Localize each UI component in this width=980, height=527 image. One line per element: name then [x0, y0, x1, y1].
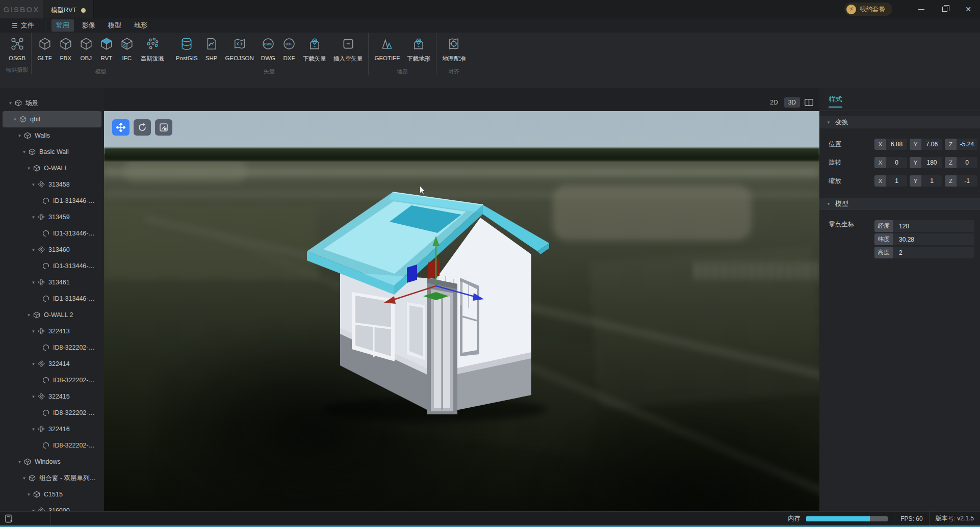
toolbar-button-GEOJSON[interactable]: GEOJSON	[222, 33, 257, 63]
tree-item-ID8-322202-…[interactable]: ID8-322202-…	[3, 405, 101, 421]
expand-arrow-icon[interactable]: ▼	[16, 460, 23, 464]
instance-icon	[42, 442, 50, 449]
toolbar-button-下载矢量[interactable]: 下载矢量	[299, 33, 330, 63]
viewport-canvas[interactable]	[104, 111, 819, 511]
renew-plan-button[interactable]: ⚡ 续约套餐	[844, 3, 892, 16]
split-view-button[interactable]	[802, 97, 815, 108]
tree-item-Walls[interactable]: ▼ Walls	[3, 127, 101, 144]
zero-point-input-纬度[interactable]: 纬度30.28	[874, 233, 974, 245]
axis-input-缩放-Z[interactable]: Z-1	[945, 175, 977, 187]
toolbar-button-DWG[interactable]: DWGDWG	[257, 33, 279, 63]
expand-arrow-icon[interactable]: ▼	[30, 182, 37, 187]
expand-arrow-icon[interactable]: ▼	[25, 313, 32, 318]
toolbar-button-PostGIS[interactable]: PostGIS	[172, 33, 201, 63]
tree-item-qbif[interactable]: ▼ qbif	[3, 111, 101, 127]
menu-item-地形[interactable]: 地形	[130, 19, 152, 32]
instance-icon	[42, 197, 50, 204]
expand-arrow-icon[interactable]: ▼	[30, 329, 37, 334]
tree-item-O-WALL[interactable]: ▼ O-WALL	[3, 160, 101, 176]
view-mode-3D-button[interactable]: 3D	[784, 97, 800, 108]
close-button[interactable]: ✕	[957, 0, 980, 18]
tree-item-ID8-322202-…[interactable]: ID8-322202-…	[3, 339, 101, 356]
zero-point-input-高度[interactable]: 高度2	[874, 247, 974, 258]
cube-icon	[24, 458, 32, 465]
expand-arrow-icon[interactable]: ▼	[7, 101, 14, 106]
tree-item-313459[interactable]: ▼ 313459	[3, 209, 101, 225]
expand-arrow-icon[interactable]: ▼	[30, 280, 37, 285]
toolbar-button-GEOTIFF[interactable]: GEOTIFF	[371, 33, 403, 63]
tree-item-组合窗 - 双层单列…[interactable]: ▼ 组合窗 - 双层单列…	[3, 470, 101, 486]
tree-item-313460[interactable]: ▼ 313460	[3, 242, 101, 258]
axis-input-旋转-X[interactable]: X0	[874, 157, 907, 168]
menu-item-文件[interactable]: ☰文件	[7, 19, 39, 32]
tree-item-Windows[interactable]: ▼ Windows	[3, 454, 101, 470]
tree-item-313458[interactable]: ▼ 313458	[3, 176, 101, 193]
toolbar-button-地理配准[interactable]: 地理配准	[439, 33, 469, 63]
tree-item-场景[interactable]: ▼ 场景	[3, 95, 101, 111]
expand-arrow-icon[interactable]: ▼	[25, 492, 32, 497]
svg-text:DWG: DWG	[264, 42, 272, 46]
view-mode-2D-button[interactable]: 2D	[766, 97, 782, 108]
section-transform[interactable]: ▼ 变换	[819, 116, 980, 128]
toolbar-button-IFC[interactable]: IFC	[117, 33, 137, 63]
tree-item-ID1-313446-…[interactable]: ID1-313446-…	[3, 291, 101, 307]
axis-input-位置-Z[interactable]: Z-5.24	[945, 139, 977, 150]
tab-style[interactable]: 样式	[829, 95, 842, 108]
expand-arrow-icon[interactable]: ▼	[30, 427, 37, 432]
toolbar-button-下载地形[interactable]: 下载地形	[403, 33, 434, 63]
tree-item-ID8-322202-…[interactable]: ID8-322202-…	[3, 372, 101, 388]
move-tool-button[interactable]	[112, 119, 130, 136]
tree-item-ID1-313446-…[interactable]: ID1-313446-…	[3, 258, 101, 274]
expand-arrow-icon[interactable]: ▼	[21, 476, 28, 481]
expand-arrow-icon[interactable]: ▼	[30, 394, 37, 399]
expand-arrow-icon[interactable]: ▼	[30, 248, 37, 252]
tree-item-O-WALL 2[interactable]: ▼ O-WALL 2	[3, 307, 101, 323]
tree-item-322416[interactable]: ▼ 322416	[3, 421, 101, 437]
expand-arrow-icon[interactable]: ▼	[21, 150, 28, 154]
tree-item-C1515[interactable]: ▼ C1515	[3, 486, 101, 503]
rotate-tool-button[interactable]	[134, 119, 151, 136]
axis-input-位置-Y[interactable]: Y7.06	[910, 139, 942, 150]
expand-arrow-icon[interactable]: ▼	[25, 166, 32, 171]
axis-input-位置-X[interactable]: X6.88	[874, 139, 907, 150]
toolbar-button-FBX[interactable]: FBX	[56, 33, 76, 63]
expand-arrow-icon[interactable]: ▼	[30, 215, 37, 220]
tree-item-ID8-322202-…[interactable]: ID8-322202-…	[3, 437, 101, 454]
toolbar-button-RVT[interactable]: RVT	[96, 33, 117, 63]
scale-tool-button[interactable]	[155, 119, 172, 136]
axis-input-缩放-X[interactable]: X1	[874, 175, 907, 187]
menu-item-影像[interactable]: 影像	[78, 19, 100, 32]
menu-item-模型[interactable]: 模型	[104, 19, 126, 32]
expand-arrow-icon[interactable]: ▼	[12, 117, 18, 122]
toolbar-button-GLTF[interactable]: GLTF	[34, 33, 56, 63]
document-tab[interactable]: 模型RVT	[43, 0, 94, 20]
zero-point-input-经度[interactable]: 经度120	[874, 220, 974, 232]
axis-input-缩放-Y[interactable]: Y1	[910, 175, 942, 187]
axis-input-旋转-Z[interactable]: Z0	[945, 157, 977, 168]
tree-item-322413[interactable]: ▼ 322413	[3, 323, 101, 339]
instance-icon	[42, 377, 50, 384]
tree-item-ID1-313446-…[interactable]: ID1-313446-…	[3, 193, 101, 209]
tree-item-322414[interactable]: ▼ 322414	[3, 356, 101, 372]
transform-row-位置: 位置X6.88Y7.06Z-5.24	[829, 139, 980, 150]
toolbar-button-OSGB[interactable]: OSGB	[5, 33, 29, 61]
tree-item-ID1-313446-…[interactable]: ID1-313446-…	[3, 225, 101, 242]
tree-item-Basic Wall[interactable]: ▼ Basic Wall	[3, 144, 101, 160]
restore-button[interactable]	[933, 0, 957, 18]
tree-item-322415[interactable]: ▼ 322415	[3, 388, 101, 405]
axis-input-旋转-Y[interactable]: Y180	[910, 157, 942, 168]
tree-item-313461[interactable]: ▼ 313461	[3, 274, 101, 291]
toolbar-button-DXF[interactable]: DXFDXF	[279, 33, 299, 63]
tree-item-316000[interactable]: ▼ 316000	[3, 503, 101, 511]
section-model[interactable]: ▼ 模型	[819, 198, 980, 210]
menu-item-常用[interactable]: 常用	[51, 19, 74, 32]
minimize-button[interactable]	[910, 0, 933, 18]
toolbar-group-对齐: 地理配准对齐	[436, 33, 471, 75]
toolbar-button-OBJ[interactable]: OBJ	[76, 33, 96, 63]
expand-arrow-icon[interactable]: ▼	[16, 134, 23, 138]
expand-arrow-icon[interactable]: ▼	[30, 362, 37, 366]
toolbar-button-插入空矢量[interactable]: 插入空矢量	[330, 33, 367, 63]
new-file-icon[interactable]	[5, 514, 13, 523]
toolbar-button-SHP[interactable]: SHP	[201, 33, 222, 63]
toolbar-button-高斯泼溅[interactable]: 高斯泼溅	[137, 33, 168, 63]
